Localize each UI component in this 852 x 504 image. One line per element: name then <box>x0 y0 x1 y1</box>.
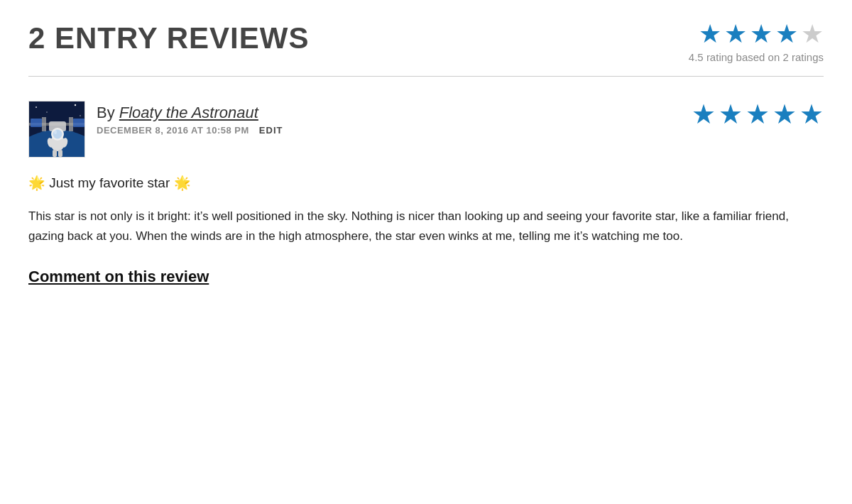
review-body: 🌟 Just my favorite star 🌟 This star is n… <box>28 172 824 246</box>
review-paragraph: This star is not only is it bright: it’s… <box>28 207 824 246</box>
agg-star-1: ★ <box>699 21 721 47</box>
page-header: 2 ENTRY REVIEWS ★ ★ ★ ★ ★ 4.5 rating bas… <box>28 21 824 77</box>
review-tagline: 🌟 Just my favorite star 🌟 <box>28 172 824 194</box>
by-prefix: By <box>97 104 119 121</box>
review-date: DECEMBER 8, 2016 AT 10:58 PM <box>97 125 249 136</box>
reviewer-text: By Floaty the Astronaut DECEMBER 8, 2016… <box>97 101 283 136</box>
svg-rect-11 <box>73 119 84 127</box>
svg-point-2 <box>36 106 37 108</box>
aggregate-stars: ★ ★ ★ ★ ★ <box>689 21 824 47</box>
reviewer-name-line: By Floaty the Astronaut <box>97 104 283 122</box>
edit-link[interactable]: EDIT <box>259 125 283 136</box>
review-star-1: ★ <box>692 101 716 128</box>
review-star-5: ★ <box>799 101 824 128</box>
svg-rect-20 <box>58 150 62 157</box>
svg-rect-10 <box>31 119 42 127</box>
svg-point-3 <box>46 111 48 113</box>
rating-text: 4.5 rating based on 2 ratings <box>689 51 824 63</box>
review-card: By Floaty the Astronaut DECEMBER 8, 2016… <box>28 94 824 307</box>
svg-rect-19 <box>53 150 57 157</box>
svg-point-4 <box>75 104 76 106</box>
agg-star-5: ★ <box>801 21 824 47</box>
reviews-title: 2 ENTRY REVIEWS <box>28 21 309 55</box>
review-star-4: ★ <box>772 101 797 128</box>
review-stars: ★ ★ ★ ★ ★ <box>692 101 824 128</box>
reviewer-name-link[interactable]: Floaty the Astronaut <box>119 104 258 121</box>
svg-point-16 <box>54 130 57 134</box>
svg-point-5 <box>80 115 81 116</box>
svg-rect-8 <box>42 117 46 131</box>
agg-star-4: ★ <box>775 21 798 47</box>
aggregate-rating: ★ ★ ★ ★ ★ 4.5 rating based on 2 ratings <box>689 21 824 63</box>
reviewer-info: By Floaty the Astronaut DECEMBER 8, 2016… <box>28 101 283 158</box>
agg-star-3: ★ <box>750 21 772 47</box>
avatar <box>28 101 85 158</box>
review-star-2: ★ <box>719 101 743 128</box>
review-meta: By Floaty the Astronaut DECEMBER 8, 2016… <box>28 101 824 158</box>
agg-star-2: ★ <box>724 21 747 47</box>
comment-on-review-link[interactable]: Comment on this review <box>28 268 209 286</box>
review-star-3: ★ <box>746 101 770 128</box>
svg-rect-9 <box>69 117 73 131</box>
review-date-line: DECEMBER 8, 2016 AT 10:58 PM EDIT <box>97 125 283 136</box>
